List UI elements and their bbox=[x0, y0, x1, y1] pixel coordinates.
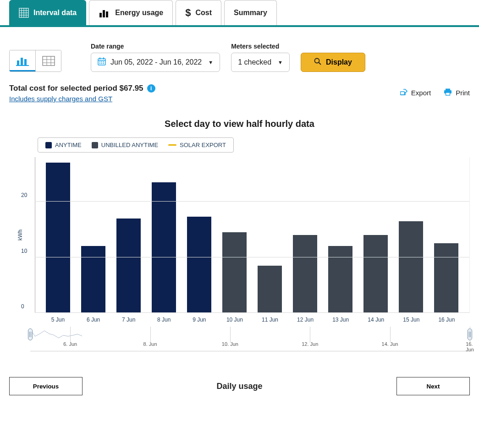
y-axis-line bbox=[35, 157, 35, 313]
date-range-value: Jun 05, 2022 - Jun 16, 2022 bbox=[110, 58, 202, 66]
tab-label: Cost bbox=[195, 9, 212, 17]
chart-legend: ANYTIME UNBILLED ANYTIME SOLAR EXPORT bbox=[38, 137, 234, 153]
legend-anytime[interactable]: ANYTIME bbox=[45, 142, 82, 148]
navigator-tick: 12. Jun bbox=[302, 341, 318, 347]
legend-solar[interactable]: SOLAR EXPORT bbox=[168, 142, 226, 148]
display-label: Display bbox=[326, 58, 352, 66]
bars-container bbox=[40, 157, 464, 313]
summary-row: Total cost for selected period $67.95 i … bbox=[0, 77, 479, 106]
x-tick: 8 Jun bbox=[146, 317, 182, 323]
info-icon[interactable]: i bbox=[147, 84, 155, 93]
table-icon bbox=[42, 56, 55, 66]
view-chart-button[interactable] bbox=[10, 50, 35, 71]
svg-rect-27 bbox=[101, 63, 102, 64]
navigator-ticks: 6. Jun8. Jun10. Jun12. Jun14. Jun16. Jun bbox=[30, 341, 470, 352]
svg-rect-11 bbox=[21, 58, 23, 65]
navigator-tick: 8. Jun bbox=[143, 341, 157, 347]
svg-rect-25 bbox=[103, 61, 104, 62]
svg-rect-9 bbox=[106, 11, 108, 17]
navigator-line bbox=[30, 328, 82, 343]
bar[interactable] bbox=[258, 266, 281, 313]
next-button[interactable]: Next bbox=[396, 377, 470, 395]
chart-icon bbox=[16, 56, 29, 66]
bar[interactable] bbox=[116, 219, 140, 313]
print-button[interactable]: Print bbox=[444, 88, 470, 97]
bar[interactable] bbox=[152, 182, 176, 313]
svg-rect-21 bbox=[99, 58, 100, 60]
gridline bbox=[35, 257, 469, 257]
x-axis-labels: 5 Jun6 Jun7 Jun8 Jun9 Jun10 Jun11 Jun12 … bbox=[35, 313, 470, 323]
display-button[interactable]: Display bbox=[301, 53, 365, 72]
tab-energy-usage[interactable]: Energy usage bbox=[89, 0, 173, 25]
main-tabs: Interval data Energy usage $ Cost Summar… bbox=[0, 0, 479, 27]
svg-rect-7 bbox=[99, 13, 102, 17]
y-tick: 20 bbox=[21, 192, 27, 198]
bar[interactable] bbox=[81, 246, 105, 313]
chart-navigator[interactable]: 6. Jun8. Jun10. Jun12. Jun14. Jun16. Jun bbox=[30, 328, 470, 351]
chart-area: kWh 01020 5 Jun6 Jun7 Jun8 Jun9 Jun10 Ju… bbox=[9, 157, 470, 323]
tab-summary[interactable]: Summary bbox=[224, 0, 277, 25]
navigator-tick: 6. Jun bbox=[63, 341, 77, 347]
x-tick: 13 Jun bbox=[323, 317, 358, 323]
meters-select[interactable]: 1 checked ▼ bbox=[231, 53, 290, 72]
svg-rect-23 bbox=[99, 61, 100, 62]
bar-slot bbox=[252, 157, 287, 313]
bar-slot bbox=[217, 157, 252, 313]
tab-interval-data[interactable]: Interval data bbox=[9, 0, 86, 25]
x-tick: 14 Jun bbox=[358, 317, 394, 323]
bar[interactable] bbox=[363, 235, 387, 313]
bar[interactable] bbox=[46, 163, 70, 313]
tab-cost[interactable]: $ Cost bbox=[176, 0, 221, 25]
bar[interactable] bbox=[293, 235, 317, 313]
bar[interactable] bbox=[187, 217, 211, 313]
view-table-button[interactable] bbox=[35, 50, 61, 71]
caret-down-icon: ▼ bbox=[278, 60, 283, 65]
bar-chart[interactable]: kWh 01020 bbox=[35, 157, 470, 313]
y-tick: 10 bbox=[21, 248, 27, 254]
bar-slot bbox=[393, 157, 429, 313]
bars-icon bbox=[99, 8, 110, 17]
x-tick: 7 Jun bbox=[111, 317, 146, 323]
svg-rect-26 bbox=[99, 63, 100, 64]
x-tick: 6 Jun bbox=[76, 317, 111, 323]
supply-charges-link[interactable]: Includes supply charges and GST bbox=[9, 95, 112, 103]
caret-down-icon: ▼ bbox=[208, 60, 213, 65]
bar[interactable] bbox=[399, 221, 423, 313]
gridline bbox=[35, 312, 469, 313]
svg-line-30 bbox=[319, 63, 321, 65]
tab-label: Interval data bbox=[33, 9, 77, 17]
svg-rect-24 bbox=[101, 61, 102, 62]
x-tick: 5 Jun bbox=[40, 317, 76, 323]
svg-rect-32 bbox=[446, 89, 450, 91]
bar-slot bbox=[323, 157, 358, 313]
legend-unbilled[interactable]: UNBILLED ANYTIME bbox=[92, 142, 158, 148]
bar[interactable] bbox=[328, 246, 352, 313]
bar-slot bbox=[182, 157, 217, 313]
bar-slot bbox=[40, 157, 76, 313]
dollar-icon: $ bbox=[185, 7, 191, 19]
previous-button[interactable]: Previous bbox=[9, 377, 83, 395]
export-button[interactable]: Export bbox=[400, 89, 431, 97]
svg-rect-12 bbox=[24, 59, 27, 65]
tab-label: Energy usage bbox=[115, 9, 163, 17]
date-range-picker[interactable]: Jun 05, 2022 - Jun 16, 2022 ▼ bbox=[91, 53, 220, 72]
calendar-icon bbox=[98, 57, 106, 67]
export-icon bbox=[400, 89, 407, 97]
print-label: Print bbox=[456, 89, 470, 97]
x-tick: 9 Jun bbox=[182, 317, 217, 323]
bar[interactable] bbox=[434, 243, 458, 313]
bar-slot bbox=[287, 157, 323, 313]
navigator-tick: 10. Jun bbox=[222, 341, 238, 347]
gridline bbox=[35, 201, 469, 202]
navigator-handle-left[interactable] bbox=[28, 328, 33, 340]
bar[interactable] bbox=[222, 232, 246, 313]
navigator-tick: 16. Jun bbox=[466, 341, 474, 352]
grid-icon bbox=[19, 8, 29, 18]
bar-slot bbox=[76, 157, 111, 313]
legend-label: ANYTIME bbox=[55, 142, 82, 148]
legend-swatch bbox=[168, 144, 176, 146]
controls-row: Date range Jun 05, 2022 - Jun 16, 2022 ▼… bbox=[0, 27, 479, 77]
tab-label: Summary bbox=[234, 9, 267, 17]
date-range-label: Date range bbox=[91, 43, 220, 50]
export-label: Export bbox=[411, 89, 431, 97]
